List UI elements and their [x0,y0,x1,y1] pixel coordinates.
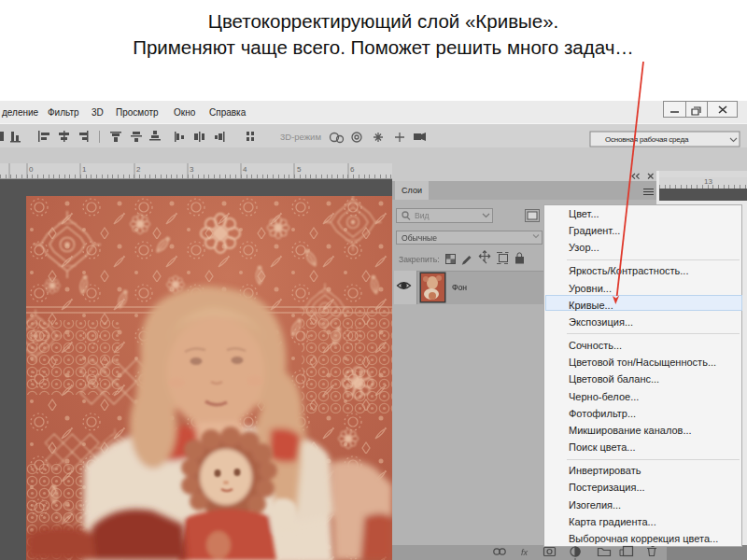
svg-text:Закрепить:: Закрепить: [399,255,440,264]
svg-text:Обычные: Обычные [402,233,437,243]
svg-text:Вид: Вид [415,211,430,220]
svg-text:fx: fx [521,548,529,557]
svg-text:Фон: Фон [452,283,467,292]
